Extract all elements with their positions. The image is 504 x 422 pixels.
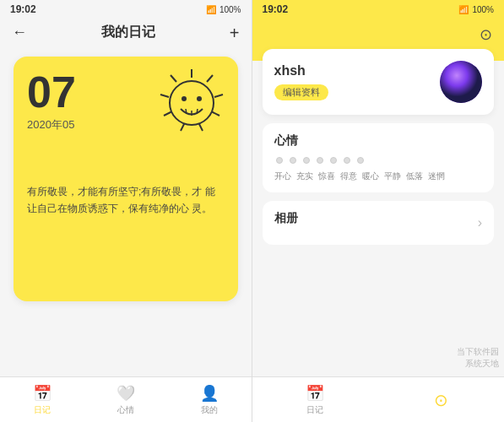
mood-label-4: 得意 [340, 170, 357, 182]
profile-nav-label: 我的 [201, 404, 218, 416]
profile-nav-icon: 👤 [200, 384, 219, 403]
album-arrow-icon: › [478, 215, 482, 230]
mood-dot-3 [303, 157, 310, 164]
avatar-image [440, 61, 482, 103]
mood-dots-row [274, 157, 483, 164]
nav-diary[interactable]: 📅 日记 [0, 377, 84, 422]
svg-point-9 [170, 81, 214, 125]
mood-label-2: 充实 [296, 170, 313, 182]
right-diary-nav-icon: 📅 [306, 384, 324, 403]
svg-point-15 [440, 61, 482, 103]
add-button[interactable]: + [230, 24, 240, 41]
right-nav-me[interactable]: ⊙ [378, 377, 504, 422]
mood-label-1: 开心 [274, 170, 291, 182]
mood-dot-7 [357, 157, 364, 164]
mood-label-7: 低落 [406, 170, 423, 182]
mood-label-8: 迷惘 [428, 170, 445, 182]
mood-title: 心情 [274, 133, 483, 149]
profile-card: xhsh 编辑资料 [263, 49, 495, 115]
left-status-bar: 19:02 📶 100% [0, 0, 252, 19]
right-status-bar: 19:02 📶 100% [252, 0, 505, 19]
mood-labels-row: 开心 充实 惊喜 得意 暖心 平静 低落 迷惘 [274, 170, 483, 182]
mood-section: 心情 开心 充实 惊喜 得意 暖心 平静 低落 迷惘 [263, 123, 495, 192]
right-signal-icon: 📶 [458, 5, 469, 14]
mood-dot-1 [276, 157, 283, 164]
left-signal-icon: 📶 [206, 5, 216, 14]
svg-line-8 [171, 75, 176, 82]
mood-dot-4 [317, 157, 323, 164]
right-nav-diary[interactable]: 📅 日记 [252, 377, 378, 422]
diary-card[interactable]: 07 2020年05 [14, 57, 238, 301]
left-status-icons: 📶 100% [206, 5, 241, 14]
profile-info: xhsh 编辑资料 [274, 63, 328, 100]
right-panel: 19:02 📶 100% ⊙ xhsh 编辑资料 [252, 0, 505, 422]
mood-dot-6 [344, 157, 350, 164]
left-bottom-nav: 📅 日记 🤍 心情 👤 我的 [0, 376, 252, 422]
back-button[interactable]: ← [12, 24, 27, 41]
mood-nav-label: 心情 [117, 404, 134, 416]
quote-text: 有所敬畏，才能有所坚守;有所敬畏，才 能让自己在物质诱惑下，保有纯净的心 灵。 [27, 186, 215, 214]
svg-point-11 [197, 96, 202, 101]
right-bottom-nav: 📅 日记 ⊙ [252, 376, 505, 422]
album-row: 相册 › [274, 211, 483, 235]
left-time: 19:02 [10, 3, 36, 15]
mood-dot-2 [290, 157, 296, 164]
nav-profile[interactable]: 👤 我的 [167, 377, 251, 422]
mood-dot-5 [330, 157, 337, 164]
right-me-nav-icon: ⊙ [434, 390, 448, 410]
nav-mood[interactable]: 🤍 心情 [84, 377, 167, 422]
album-section[interactable]: 相册 › [263, 201, 495, 245]
mood-label-6: 平静 [384, 170, 401, 182]
right-content: 心情 开心 充实 惊喜 得意 暖心 平静 低落 迷惘 [252, 115, 505, 376]
left-top-bar: ← 我的日记 + [0, 19, 252, 48]
gear-button[interactable]: ⊙ [480, 25, 492, 44]
left-battery: 100% [219, 5, 241, 14]
album-title: 相册 [274, 211, 298, 226]
edit-profile-button[interactable]: 编辑资料 [274, 84, 328, 100]
sun-drawing-icon [154, 65, 230, 141]
svg-line-12 [186, 109, 187, 114]
right-status-icons: 📶 100% [458, 5, 494, 14]
right-battery: 100% [472, 5, 494, 14]
mood-nav-icon: 🤍 [117, 384, 135, 403]
avatar [440, 61, 482, 103]
svg-line-2 [214, 95, 223, 97]
svg-line-7 [160, 95, 169, 97]
svg-line-1 [207, 75, 213, 82]
svg-line-14 [197, 109, 198, 114]
left-panel: 19:02 📶 100% ← 我的日记 + 07 2020年05 [0, 0, 252, 422]
card-area: 07 2020年05 [0, 48, 252, 376]
mood-label-3: 惊喜 [318, 170, 335, 182]
mood-label-5: 暖心 [362, 170, 379, 182]
diary-quote: 有所敬畏，才能有所坚守;有所敬畏，才 能让自己在物质诱惑下，保有纯净的心 灵。 [27, 183, 225, 218]
page-title: 我的日记 [101, 24, 155, 41]
right-time: 19:02 [263, 3, 289, 15]
right-diary-nav-label: 日记 [306, 404, 323, 416]
diary-nav-icon: 📅 [33, 384, 51, 403]
diary-nav-label: 日记 [34, 404, 51, 416]
profile-name: xhsh [274, 63, 328, 78]
svg-point-10 [182, 96, 187, 101]
